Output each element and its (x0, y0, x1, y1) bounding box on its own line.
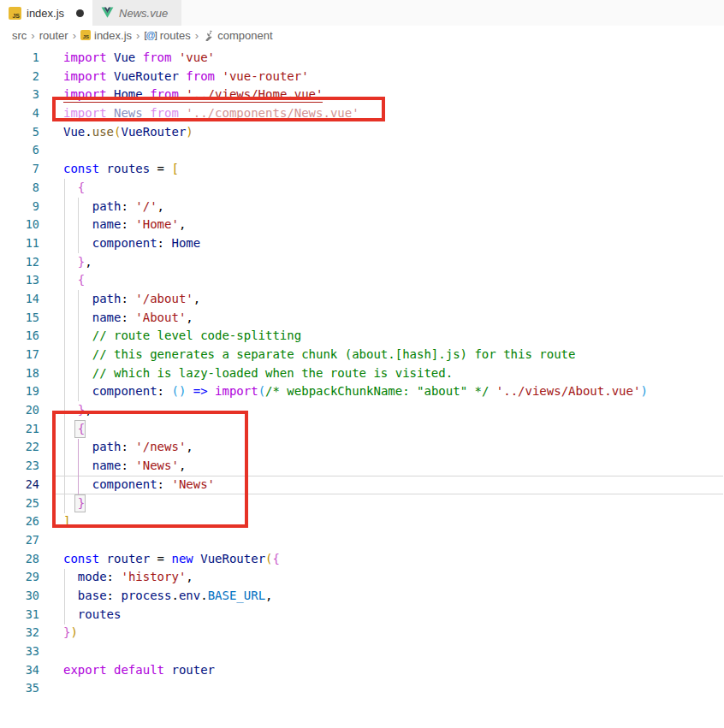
code-line-20[interactable]: 20 }, (0, 401, 724, 420)
line-number[interactable]: 35 (0, 679, 39, 698)
line-number[interactable]: 7 (0, 160, 39, 179)
line-number[interactable]: 2 (0, 68, 39, 86)
code-line-content[interactable]: component: () => import(/* webpackChunkN… (53, 382, 648, 401)
line-number[interactable]: 28 (0, 550, 39, 569)
code-line-1[interactable]: 1import Vue from 'vue' (0, 49, 724, 68)
code-line-18[interactable]: 18 // which is lazy-loaded when the rout… (0, 364, 724, 383)
code-line-content[interactable]: path: '/', (53, 198, 164, 216)
line-number[interactable]: 13 (0, 271, 39, 290)
code-line-3[interactable]: 3import Home from '../views/Home.vue' (0, 86, 724, 104)
code-line-21[interactable]: 21 { (0, 420, 724, 439)
line-number[interactable]: 20 (0, 401, 39, 420)
code-line-27[interactable]: 27 (0, 531, 724, 550)
code-line-15[interactable]: 15 name: 'About', (0, 309, 724, 328)
code-line-24[interactable]: 24 component: 'News' (0, 476, 724, 494)
code-line-content[interactable]: name: 'News', (53, 457, 186, 476)
code-line-content[interactable]: routes (53, 606, 121, 624)
code-line-17[interactable]: 17 // this generates a separate chunk (a… (0, 346, 724, 364)
code-line-5[interactable]: 5Vue.use(VueRouter) (0, 123, 724, 142)
breadcrumb-router[interactable]: router (39, 29, 68, 42)
code-line-22[interactable]: 22 path: '/news', (0, 438, 724, 457)
code-line-content[interactable]: path: '/news', (53, 438, 193, 457)
code-line-content[interactable]: // route level code-splitting (53, 327, 301, 346)
line-number[interactable]: 4 (0, 104, 39, 123)
line-number[interactable]: 1 (0, 49, 39, 68)
code-line-10[interactable]: 10 name: 'Home', (0, 216, 724, 234)
code-line-content[interactable]: import News from '../components/News.vue… (53, 104, 359, 123)
line-number[interactable]: 24 (0, 476, 39, 494)
code-line-23[interactable]: 23 name: 'News', (0, 457, 724, 476)
code-line-content[interactable]: const router = new VueRouter({ (53, 550, 280, 569)
line-number[interactable]: 8 (0, 179, 39, 198)
breadcrumb-src[interactable]: src (12, 29, 27, 42)
code-line-14[interactable]: 14 path: '/about', (0, 290, 724, 309)
code-line-8[interactable]: 8 { (0, 179, 724, 198)
code-line-content[interactable]: }) (53, 624, 78, 642)
code-line-content[interactable]: }, (53, 253, 92, 272)
line-number[interactable]: 30 (0, 587, 39, 606)
code-line-6[interactable]: 6 (0, 141, 724, 160)
code-line-28[interactable]: 28const router = new VueRouter({ (0, 550, 724, 569)
code-line-content[interactable] (53, 642, 63, 661)
code-line-content[interactable] (53, 679, 63, 698)
tab-index-js[interactable]: JS index.js (0, 0, 92, 26)
line-number[interactable]: 22 (0, 438, 39, 457)
code-line-content[interactable]: import Vue from 'vue' (53, 49, 215, 68)
code-line-12[interactable]: 12 }, (0, 253, 724, 272)
code-line-13[interactable]: 13 { (0, 271, 724, 290)
code-line-9[interactable]: 9 path: '/', (0, 198, 724, 216)
code-line-content[interactable] (53, 531, 63, 550)
code-line-2[interactable]: 2import VueRouter from 'vue-router' (0, 68, 724, 86)
line-number[interactable]: 16 (0, 327, 39, 346)
line-number[interactable]: 9 (0, 198, 39, 216)
line-number[interactable]: 21 (0, 420, 39, 439)
code-line-content[interactable]: import Home from '../views/Home.vue' (53, 86, 323, 104)
tab-news-vue[interactable]: News.vue (92, 0, 181, 26)
line-number[interactable]: 26 (0, 512, 39, 531)
line-number[interactable]: 29 (0, 568, 39, 587)
code-line-16[interactable]: 16 // route level code-splitting (0, 327, 724, 346)
code-line-content[interactable] (53, 141, 63, 160)
code-line-content[interactable]: { (53, 271, 85, 290)
line-number[interactable]: 11 (0, 234, 39, 253)
code-line-32[interactable]: 32}) (0, 624, 724, 642)
code-line-25[interactable]: 25 } (0, 494, 724, 513)
code-line-34[interactable]: 34export default router (0, 661, 724, 680)
code-line-content[interactable]: component: Home (53, 234, 200, 253)
dirty-indicator-icon[interactable] (76, 9, 84, 17)
code-line-content[interactable]: base: process.env.BASE_URL, (53, 587, 273, 606)
code-line-content[interactable]: { (53, 179, 85, 198)
line-number[interactable]: 18 (0, 364, 39, 383)
line-number[interactable]: 6 (0, 141, 39, 160)
line-number[interactable]: 34 (0, 661, 39, 680)
line-number[interactable]: 3 (0, 86, 39, 104)
breadcrumb-component[interactable]: component (203, 29, 272, 42)
line-number[interactable]: 31 (0, 606, 39, 624)
code-line-content[interactable]: // which is lazy-loaded when the route i… (53, 364, 453, 383)
code-line-content[interactable]: export default router (53, 661, 215, 680)
code-line-content[interactable]: }, (53, 401, 92, 420)
code-line-content[interactable]: component: 'News' (53, 476, 215, 494)
line-number[interactable]: 27 (0, 531, 39, 550)
code-line-30[interactable]: 30 base: process.env.BASE_URL, (0, 587, 724, 606)
code-line-4[interactable]: 4import News from '../components/News.vu… (0, 104, 724, 123)
code-line-content[interactable]: import VueRouter from 'vue-router' (53, 68, 309, 86)
line-number[interactable]: 5 (0, 123, 39, 142)
line-number[interactable]: 23 (0, 457, 39, 476)
code-line-33[interactable]: 33 (0, 642, 724, 661)
line-number[interactable]: 19 (0, 382, 39, 401)
code-line-26[interactable]: 26] (0, 512, 724, 531)
code-line-content[interactable]: Vue.use(VueRouter) (53, 123, 193, 142)
line-number[interactable]: 15 (0, 309, 39, 328)
line-number[interactable]: 14 (0, 290, 39, 309)
code-line-content[interactable]: const routes = [ (53, 160, 179, 179)
line-number[interactable]: 33 (0, 642, 39, 661)
line-number[interactable]: 10 (0, 216, 39, 234)
code-line-content[interactable]: { (53, 420, 85, 439)
breadcrumb-index-js[interactable]: JS index.js (80, 29, 132, 42)
code-line-content[interactable]: // this generates a separate chunk (abou… (53, 346, 575, 364)
line-number[interactable]: 32 (0, 624, 39, 642)
code-line-content[interactable]: name: 'About', (53, 309, 193, 328)
breadcrumb-routes[interactable]: [@] routes (144, 29, 190, 42)
code-line-7[interactable]: 7const routes = [ (0, 160, 724, 179)
